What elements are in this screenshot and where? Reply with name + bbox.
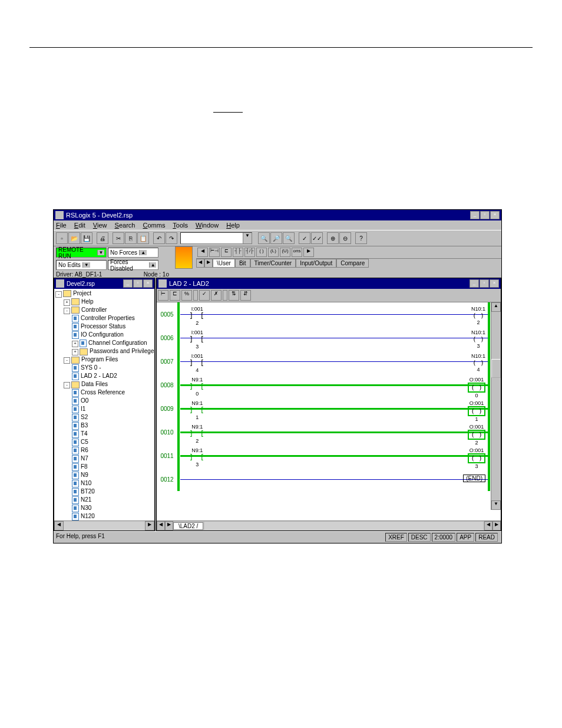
tree-max-button[interactable]: ▫ xyxy=(133,279,143,288)
ladder-close-button[interactable]: × xyxy=(490,279,499,288)
tree-i1[interactable]: I1 xyxy=(81,406,85,412)
rung-0008[interactable]: 0008 N9:1] [0 O:001( )0 xyxy=(157,373,501,397)
help-button[interactable]: ? xyxy=(355,232,367,244)
tree-io-config[interactable]: IO Configuration xyxy=(81,331,124,338)
close-button[interactable]: × xyxy=(490,211,500,219)
rung-0009[interactable]: 0009 N9:1] [1 O:001( )1 xyxy=(157,397,501,420)
ladder-sheet-tab[interactable]: \LAD2 / xyxy=(173,522,203,530)
ote-coil[interactable]: O:001( )1 xyxy=(468,400,485,422)
tree-r6[interactable]: R6 xyxy=(81,447,88,453)
lad-tool-4[interactable]: ✓ xyxy=(199,290,210,301)
tree-passwords[interactable]: Passwords and Privileges xyxy=(90,348,154,354)
vscroll-down[interactable]: ▼ xyxy=(491,500,501,510)
address-combo[interactable]: ▼ xyxy=(180,232,252,244)
xic-contact[interactable]: I:001] [4 xyxy=(189,353,206,373)
instr-nav-left[interactable]: ◀ xyxy=(197,248,208,257)
instr-otu[interactable]: (U) xyxy=(280,248,290,257)
zoom-out-button[interactable]: ⊖ xyxy=(339,232,351,244)
edits-status[interactable]: No Edits▼ xyxy=(56,260,107,270)
tree-scroll-left[interactable]: ◀ xyxy=(54,521,64,531)
tree-f8[interactable]: F8 xyxy=(81,463,88,470)
xic-contact[interactable]: N9:1] [3 xyxy=(189,447,206,467)
verify-button[interactable]: ✓ xyxy=(299,232,310,244)
ladder-min-button[interactable]: _ xyxy=(470,279,479,288)
lad-tool-3[interactable]: % xyxy=(181,290,192,301)
menu-window[interactable]: Window xyxy=(196,222,219,229)
tree-processor-status[interactable]: Processor Status xyxy=(81,323,125,330)
open-button[interactable]: 📂 xyxy=(68,232,80,244)
tree-c5[interactable]: C5 xyxy=(81,439,88,445)
redo-button[interactable]: ↷ xyxy=(166,232,177,244)
vscroll-up[interactable]: ▲ xyxy=(491,302,501,312)
menu-help[interactable]: Help xyxy=(226,222,240,229)
menu-view[interactable]: View xyxy=(93,222,107,229)
tree-o0[interactable]: O0 xyxy=(81,397,88,404)
tree-min-button[interactable]: _ xyxy=(123,279,133,288)
find-button[interactable]: 🔍 xyxy=(258,232,270,244)
ladder-view[interactable]: 0005 I:001] [2 N10:1( )2 0006 I:001] [3 … xyxy=(157,302,501,521)
tab-timer[interactable]: Timer/Counter xyxy=(250,259,296,268)
tree-channel-config[interactable]: Channel Configuration xyxy=(88,340,147,346)
tab-bit[interactable]: Bit xyxy=(235,259,250,268)
tab-nav-right[interactable]: ▶ xyxy=(204,259,213,268)
lad-tool-2[interactable]: ⊏ xyxy=(170,290,180,301)
instr-ons[interactable]: ons xyxy=(292,248,302,257)
xic-contact[interactable]: N9:1] [1 xyxy=(189,400,206,420)
tab-user[interactable]: \User xyxy=(213,259,235,268)
tree-scroll-track[interactable] xyxy=(64,521,145,531)
tree-b3[interactable]: B3 xyxy=(81,422,88,429)
ote-coil[interactable]: O:001( )3 xyxy=(468,447,485,469)
tree-project[interactable]: Project xyxy=(73,290,91,297)
find-prev-button[interactable]: 🔍 xyxy=(283,232,295,244)
instr-branch[interactable]: ⊏ xyxy=(221,248,232,257)
rung-0005[interactable]: 0005 I:001] [2 N10:1( )2 xyxy=(157,302,501,326)
rung-0006[interactable]: 0006 I:001] [3 N10:1( )3 xyxy=(157,326,501,350)
zoom-in-button[interactable]: ⊕ xyxy=(327,232,339,244)
tree-controller[interactable]: Controller xyxy=(81,307,107,313)
tree-n10[interactable]: N10 xyxy=(81,480,91,486)
rung-0011[interactable]: 0011 N9:1] [3 O:001( )3 xyxy=(157,444,501,467)
lad-tool-5[interactable]: ✗ xyxy=(211,290,222,301)
ladtab-nav-left[interactable]: ◀ xyxy=(157,521,165,531)
menu-comms[interactable]: Comms xyxy=(143,222,166,229)
xic-contact[interactable]: N9:1] [2 xyxy=(189,424,206,444)
tree-n9[interactable]: N9 xyxy=(81,472,88,478)
menu-edit[interactable]: Edit xyxy=(74,222,85,229)
verify-all-button[interactable]: ✓✓ xyxy=(311,232,323,244)
lad-tool-6[interactable]: ⇅ xyxy=(229,290,239,301)
ote-coil[interactable]: O:001( )0 xyxy=(468,377,485,398)
hscroll-left[interactable]: ◀ xyxy=(484,521,492,531)
tree-s2[interactable]: S2 xyxy=(81,414,88,420)
tree-n7[interactable]: N7 xyxy=(81,455,88,462)
tree-n120[interactable]: N120 xyxy=(81,513,95,519)
save-button[interactable]: 💾 xyxy=(81,232,92,244)
vscroll-thumb[interactable] xyxy=(491,359,501,378)
instr-xic[interactable]: ┤├ xyxy=(233,248,243,257)
tree-n21[interactable]: N21 xyxy=(81,496,91,503)
tab-io[interactable]: Input/Output xyxy=(296,259,336,268)
tree-lad2[interactable]: LAD 2 - LAD2 xyxy=(81,373,117,379)
cut-button[interactable]: ✂ xyxy=(113,232,124,244)
menu-tools[interactable]: Tools xyxy=(173,222,188,229)
tree-t4[interactable]: T4 xyxy=(81,430,88,437)
mode-status[interactable]: REMOTE RUN▼ xyxy=(56,248,107,258)
ote-coil[interactable]: N10:1( )2 xyxy=(471,306,485,325)
xic-contact[interactable]: N9:1] [0 xyxy=(189,377,206,397)
paste-button[interactable]: 📋 xyxy=(137,232,149,244)
ladder-hscroll-track[interactable] xyxy=(204,522,483,530)
maximize-button[interactable]: ▫ xyxy=(480,211,490,219)
tree-xref[interactable]: Cross Reference xyxy=(81,389,125,396)
hscroll-right[interactable]: ▶ xyxy=(492,521,501,531)
minimize-button[interactable]: _ xyxy=(470,211,480,219)
new-button[interactable]: ▫ xyxy=(56,232,68,244)
tree-scroll-right[interactable]: ▶ xyxy=(145,521,154,531)
menu-search[interactable]: Search xyxy=(115,222,135,229)
ladtab-nav-right[interactable]: ▶ xyxy=(165,521,173,531)
ote-coil[interactable]: N10:1( )3 xyxy=(471,330,485,349)
ladder-max-button[interactable]: ▫ xyxy=(480,279,489,288)
tree-sys0[interactable]: SYS 0 - xyxy=(81,364,101,371)
tree-program-files[interactable]: Program Files xyxy=(81,356,118,363)
tree-n30[interactable]: N30 xyxy=(81,505,91,511)
tab-nav-left[interactable]: ◀ xyxy=(196,259,204,268)
instr-rung[interactable]: ⊢⊣ xyxy=(209,248,220,257)
